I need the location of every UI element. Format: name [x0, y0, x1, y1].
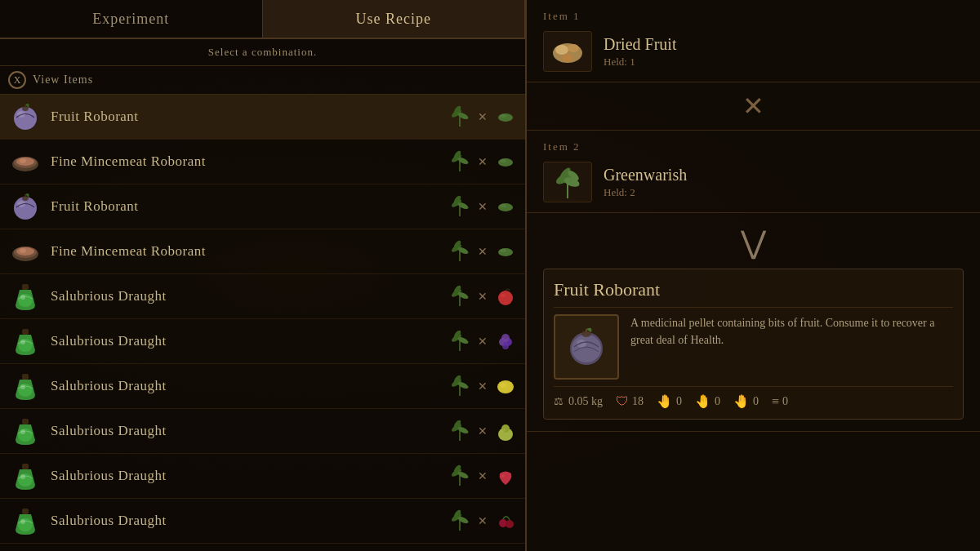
ingredient-icon [448, 464, 471, 487]
list-item[interactable]: Salubrious Draught ✕ [0, 409, 525, 454]
result-icon [494, 195, 517, 218]
svg-point-106 [572, 335, 601, 362]
stat5-icon: ≡ [772, 394, 779, 409]
svg-point-33 [20, 248, 26, 253]
result-icon [494, 375, 517, 398]
result-section: ⋁ Fruit Roborant [527, 213, 980, 432]
stat-2: 🤚 0 [657, 393, 682, 409]
weight-value: 0.05 kg [568, 395, 603, 408]
item-icon [8, 414, 42, 448]
svg-point-38 [498, 248, 513, 256]
tab-header: Experiment Use Recipe [0, 0, 525, 39]
list-item[interactable]: Salubrious Draught ✕ [0, 499, 525, 544]
stat2-value: 0 [676, 395, 682, 408]
action-x-icon: ✕ [478, 200, 488, 214]
item-name: Salubrious Draught [51, 423, 448, 439]
svg-point-95 [506, 520, 514, 528]
svg-point-61 [18, 384, 33, 397]
subtitle: Select a combination. [0, 39, 525, 66]
svg-point-41 [18, 294, 33, 307]
ingredient-icon [448, 420, 471, 442]
item-name: Fine Mincemeat Roborant [51, 243, 448, 260]
item1-name: Dried Fruit [604, 35, 676, 54]
ingredient-icon [448, 375, 471, 398]
list-item[interactable]: Salubrious Draught ✕ [0, 274, 525, 319]
item-icon [8, 459, 42, 493]
item2-label: Item 2 [543, 140, 964, 153]
item2-info: Greenwarish Held: 2 [604, 166, 687, 199]
result-icon [494, 464, 517, 487]
stat1-value: 18 [632, 395, 644, 408]
svg-rect-87 [22, 509, 29, 514]
close-view-items-button[interactable]: X [8, 71, 26, 89]
item-icon [8, 504, 42, 538]
svg-point-48 [501, 294, 506, 297]
items-list[interactable]: Fruit Roborant ✕ Fine Mincemeat Roborant… [0, 95, 525, 551]
action-x-icon: ✕ [478, 469, 488, 483]
item-actions: ✕ [448, 285, 517, 308]
svg-point-29 [500, 204, 506, 207]
item-actions: ✕ [448, 240, 517, 263]
item-icon [8, 234, 42, 269]
list-item[interactable]: Fine Mincemeat Roborant ✕ [0, 140, 525, 184]
item-actions: ✕ [448, 105, 517, 128]
list-item[interactable]: Salubrious Draught ✕ [0, 364, 525, 409]
svg-point-13 [20, 158, 26, 163]
item1-info: Dried Fruit Held: 1 [604, 35, 676, 69]
combine-symbol: ✕ [527, 82, 980, 131]
item-actions: ✕ [448, 195, 517, 218]
svg-point-58 [501, 334, 510, 342]
item-icon [8, 100, 42, 134]
stat2-icon: 🤚 [657, 393, 673, 409]
stat-3: 🤚 0 [695, 393, 720, 409]
tab-use-recipe[interactable]: Use Recipe [263, 0, 526, 38]
stat1-icon: 🛡 [616, 394, 629, 409]
view-items-label: View Items [33, 73, 93, 87]
svg-point-70 [18, 429, 33, 442]
svg-point-88 [18, 518, 33, 531]
item1-held: Held: 1 [604, 56, 676, 69]
left-panel: Experiment Use Recipe Select a combinati… [0, 0, 527, 551]
stat-4: 🤚 0 [733, 393, 759, 409]
result-icon [494, 509, 517, 532]
svg-point-59 [502, 343, 509, 349]
result-description: A medicinal pellet containing bits of fr… [630, 314, 953, 380]
svg-point-9 [500, 114, 506, 118]
result-icon [494, 285, 517, 308]
view-items-bar: X View Items [0, 66, 525, 95]
ingredient-icon [448, 105, 471, 128]
svg-point-80 [18, 473, 33, 487]
list-item[interactable]: Fruit Roborant ✕ [0, 184, 525, 229]
action-x-icon: ✕ [478, 424, 488, 438]
list-item[interactable]: Salubrious Draught ✕ [0, 454, 525, 499]
item1-label: Item 1 [543, 10, 964, 23]
action-x-icon: ✕ [478, 290, 488, 304]
svg-rect-49 [22, 329, 29, 335]
main-container: Experiment Use Recipe Select a combinati… [0, 0, 980, 551]
action-x-icon: ✕ [478, 110, 488, 124]
item-icon [8, 279, 42, 313]
action-x-icon: ✕ [478, 380, 488, 393]
item-name: Salubrious Draught [51, 333, 448, 349]
tab-experiment[interactable]: Experiment [0, 0, 263, 38]
svg-point-19 [500, 159, 506, 162]
list-item[interactable]: Salubrious Draught ✕ [0, 319, 525, 364]
item1-slot: Item 1 Dried Fruit Held: 1 [527, 0, 980, 82]
svg-rect-79 [22, 464, 29, 469]
stat4-icon: 🤚 [733, 393, 750, 409]
list-item[interactable]: Fine Mincemeat Roborant ✕ [0, 229, 525, 274]
stat4-value: 0 [753, 395, 759, 408]
item-name: Fruit Roborant [51, 198, 448, 215]
item-name: Fine Mincemeat Roborant [51, 153, 448, 170]
list-item[interactable]: Fruit Roborant ✕ [0, 95, 525, 140]
item-name: Salubrious Draught [51, 378, 448, 394]
weight-icon: ⚖ [554, 395, 564, 408]
ingredient-icon [448, 240, 471, 263]
action-x-icon: ✕ [478, 245, 488, 259]
stat-1: 🛡 18 [616, 394, 644, 409]
stats-bar: ⚖ 0.05 kg 🛡 18 🤚 0 🤚 0 [554, 386, 953, 409]
item2-slot: Item 2 Greenwarish Held: 2 [527, 131, 980, 213]
item-actions: ✕ [448, 509, 517, 532]
svg-point-39 [500, 249, 506, 252]
ingredient-icon [448, 195, 471, 218]
